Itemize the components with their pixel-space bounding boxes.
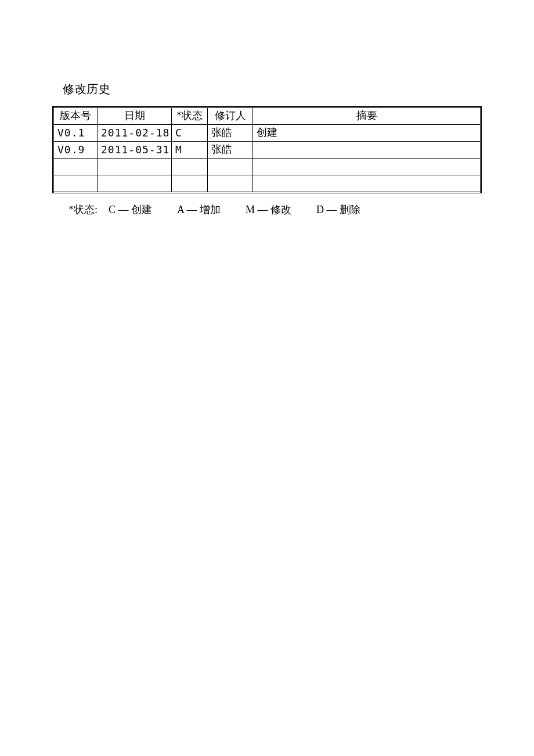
legend-desc: 修改 (270, 204, 291, 215)
table-row: V0.1 2011-02-18 C 张皓 创建 (53, 125, 481, 142)
cell-status (172, 159, 208, 175)
cell-summary: 创建 (253, 125, 481, 142)
cell-date (98, 175, 172, 193)
section-title: 修改历史 (63, 81, 482, 97)
col-version: 版本号 (53, 107, 98, 125)
document-page: 修改历史 版本号 日期 *状态 修订人 摘要 V0.1 2011-02-18 C… (0, 0, 534, 756)
cell-reviser: 张皓 (208, 142, 253, 159)
legend-code: C (109, 204, 116, 215)
cell-version (53, 159, 98, 175)
cell-reviser (208, 159, 253, 175)
cell-status: M (172, 142, 208, 159)
table-header-row: 版本号 日期 *状态 修订人 摘要 (53, 107, 481, 125)
legend-code: M (246, 204, 255, 215)
legend-item: D — 删除 (316, 204, 360, 215)
col-status: *状态 (172, 107, 208, 125)
legend-item: C — 创建 (109, 204, 155, 215)
cell-date: 2011-05-31 (98, 142, 172, 159)
legend-item: A — 增加 (177, 204, 223, 215)
col-reviser: 修订人 (208, 107, 253, 125)
table-row: V0.9 2011-05-31 M 张皓 (53, 142, 481, 159)
legend-desc: 删除 (340, 204, 360, 215)
cell-version: V0.9 (53, 142, 98, 159)
status-legend: *状态: C — 创建 A — 增加 M — 修改 D — 删除 (68, 203, 482, 217)
col-date: 日期 (98, 107, 172, 125)
table-row (53, 175, 481, 193)
legend-code: A (177, 204, 184, 215)
cell-status: C (172, 125, 208, 142)
col-summary: 摘要 (253, 107, 481, 125)
cell-reviser (208, 175, 253, 193)
cell-version (53, 175, 98, 193)
cell-summary (253, 175, 481, 193)
table-row (53, 159, 481, 175)
cell-version: V0.1 (53, 125, 98, 142)
cell-summary (253, 142, 481, 159)
legend-desc: 创建 (131, 204, 152, 215)
legend-desc: 增加 (200, 204, 221, 215)
legend-prefix: *状态: (68, 204, 98, 215)
legend-code: D (316, 204, 324, 215)
cell-summary (253, 159, 481, 175)
cell-status (172, 175, 208, 193)
cell-date (98, 159, 172, 175)
legend-item: M — 修改 (246, 204, 294, 215)
cell-date: 2011-02-18 (98, 125, 172, 142)
cell-reviser: 张皓 (208, 125, 253, 142)
revision-history-table: 版本号 日期 *状态 修订人 摘要 V0.1 2011-02-18 C 张皓 创… (52, 106, 482, 193)
